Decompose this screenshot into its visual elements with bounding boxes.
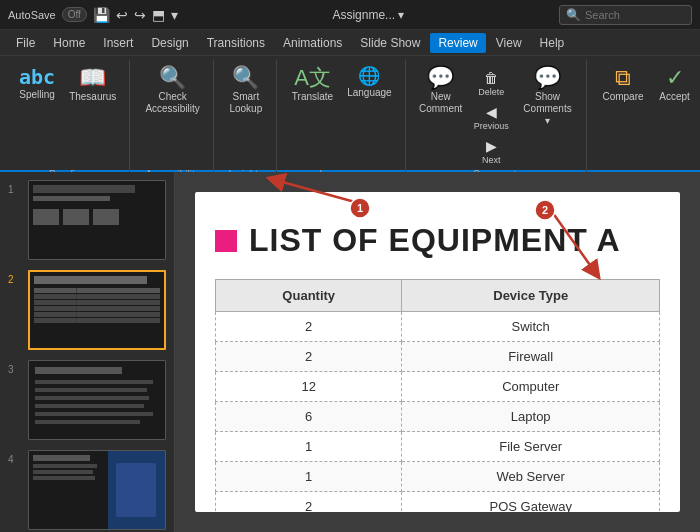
table-cell: 1 <box>216 432 402 462</box>
menu-slideshow[interactable]: Slide Show <box>352 33 428 53</box>
table-cell: Switch <box>402 312 660 342</box>
table-cell: POS Gateway <box>402 492 660 513</box>
smart-lookup-button[interactable]: 🔍 SmartLookup <box>224 64 268 118</box>
translate-label: Translate <box>292 91 333 103</box>
new-comment-icon: 💬 <box>427 67 454 89</box>
insights-items: 🔍 SmartLookup <box>224 60 268 167</box>
autosave-label: AutoSave <box>8 9 56 21</box>
table-row: 2POS Gateway <box>216 492 660 513</box>
ribbon-group-comments: 💬 NewComment 🗑 Delete ◀ Previous ▶ Next <box>408 60 588 182</box>
menu-design[interactable]: Design <box>143 33 196 53</box>
language-button[interactable]: 🌐 Language <box>342 64 397 102</box>
delete-comment-button[interactable]: 🗑 Delete <box>470 68 513 100</box>
more-icon[interactable]: ▾ <box>171 7 178 23</box>
slide-thumb-1[interactable]: 1 <box>6 178 168 262</box>
menu-animations[interactable]: Animations <box>275 33 350 53</box>
ribbon-group-language: A文 Translate 🌐 Language Language <box>279 60 406 182</box>
previous-label: Previous <box>474 121 509 132</box>
new-comment-label: NewComment <box>419 91 462 115</box>
show-comments-icon: 💬 <box>534 67 561 89</box>
previous-comment-button[interactable]: ◀ Previous <box>470 102 513 134</box>
smart-lookup-icon: 🔍 <box>232 67 259 89</box>
slide-preview-2 <box>28 270 166 350</box>
slide-2-content <box>30 272 164 348</box>
accessibility-items: 🔍 CheckAccessibility <box>140 60 204 167</box>
table-cell: Computer <box>402 372 660 402</box>
check-accessibility-icon: 🔍 <box>159 67 186 89</box>
slide-number-3: 3 <box>8 364 22 375</box>
table-cell: 6 <box>216 402 402 432</box>
search-bar[interactable]: 🔍 <box>559 5 692 25</box>
menu-view[interactable]: View <box>488 33 530 53</box>
ribbon-group-insights: 🔍 SmartLookup Insights <box>216 60 277 182</box>
undo-icon[interactable]: ↩ <box>116 7 128 23</box>
ribbon: abc Spelling 📖 Thesaurus Proofing 🔍 Chec… <box>0 56 700 172</box>
ribbon-content: abc Spelling 📖 Thesaurus Proofing 🔍 Chec… <box>0 56 700 186</box>
ribbon-group-proofing: abc Spelling 📖 Thesaurus Proofing <box>6 60 130 182</box>
slide-thumb-2[interactable]: 2 <box>6 268 168 352</box>
menu-help[interactable]: Help <box>532 33 573 53</box>
comments-items: 💬 NewComment 🗑 Delete ◀ Previous ▶ Next <box>416 60 579 167</box>
menu-file[interactable]: File <box>8 33 43 53</box>
table-cell: Firewall <box>402 342 660 372</box>
table-cell: Web Server <box>402 462 660 492</box>
title-bar: AutoSave Off 💾 ↩ ↪ ⬒ ▾ Assignme... ▾ 🔍 <box>0 0 700 30</box>
table-header-device-type: Device Type <box>402 280 660 312</box>
main-area: 1 2 <box>0 172 700 532</box>
slide-thumb-4[interactable]: 4 <box>6 448 168 532</box>
thesaurus-icon: 📖 <box>79 67 106 89</box>
table-cell: 12 <box>216 372 402 402</box>
slide-panel: 1 2 <box>0 172 175 532</box>
save-icon[interactable]: 💾 <box>93 7 110 23</box>
spelling-label: Spelling <box>19 89 55 101</box>
window-title: Assignme... ▾ <box>186 8 551 22</box>
slide-canvas: LIST OF EQUIPMENT A Quantity Device Type… <box>195 192 680 512</box>
table-cell: 1 <box>216 462 402 492</box>
thesaurus-button[interactable]: 📖 Thesaurus <box>64 64 121 106</box>
table-cell: 2 <box>216 342 402 372</box>
translate-icon: A文 <box>294 67 331 89</box>
search-icon: 🔍 <box>566 8 581 22</box>
compare-button[interactable]: ⧉ Compare <box>597 64 648 106</box>
menu-review[interactable]: Review <box>430 33 485 53</box>
show-comments-button[interactable]: 💬 ShowComments ▾ <box>517 64 579 130</box>
slide-title: LIST OF EQUIPMENT A <box>249 222 621 259</box>
proofing-items: abc Spelling 📖 Thesaurus <box>14 60 121 167</box>
ribbon-group-accessibility: 🔍 CheckAccessibility Accessibility <box>132 60 213 182</box>
accept-button[interactable]: ✓ Accept <box>653 64 697 106</box>
table-cell: 2 <box>216 492 402 513</box>
spelling-button[interactable]: abc Spelling <box>14 64 60 104</box>
slide-number-1: 1 <box>8 184 22 195</box>
slide-preview-3 <box>28 360 166 440</box>
autosave-toggle[interactable]: Off <box>62 7 87 22</box>
compare-icon: ⧉ <box>615 67 631 89</box>
compare-items: ⧉ Compare ✓ Accept <box>597 60 696 178</box>
redo-icon[interactable]: ↪ <box>134 7 146 23</box>
present-icon[interactable]: ⬒ <box>152 7 165 23</box>
language-label: Language <box>347 87 392 99</box>
content-area: 1 2 LIST OF EQUIPMENT A Quantity Device … <box>175 172 700 532</box>
accept-label: Accept <box>659 91 690 103</box>
menu-insert[interactable]: Insert <box>95 33 141 53</box>
new-comment-button[interactable]: 💬 NewComment <box>416 64 466 118</box>
slide-3-content <box>29 361 165 439</box>
translate-button[interactable]: A文 Translate <box>287 64 338 106</box>
delete-icon: 🗑 <box>484 70 498 86</box>
check-accessibility-button[interactable]: 🔍 CheckAccessibility <box>140 64 204 118</box>
equipment-table: Quantity Device Type 2Switch2Firewall12C… <box>215 279 660 512</box>
table-row: 1File Server <box>216 432 660 462</box>
language-items: A文 Translate 🌐 Language <box>287 60 397 167</box>
pink-square-decoration <box>215 230 237 252</box>
show-comments-label: ShowComments ▾ <box>522 91 574 127</box>
title-bar-left: AutoSave Off 💾 ↩ ↪ ⬒ ▾ <box>8 7 178 23</box>
menu-transitions[interactable]: Transitions <box>199 33 273 53</box>
table-row: 6Laptop <box>216 402 660 432</box>
next-icon: ▶ <box>486 138 497 154</box>
menu-home[interactable]: Home <box>45 33 93 53</box>
slide-thumb-3[interactable]: 3 <box>6 358 168 442</box>
search-input[interactable] <box>585 9 685 21</box>
smart-lookup-label: SmartLookup <box>229 91 262 115</box>
check-accessibility-label: CheckAccessibility <box>145 91 199 115</box>
next-comment-button[interactable]: ▶ Next <box>470 136 513 168</box>
table-cell: Laptop <box>402 402 660 432</box>
